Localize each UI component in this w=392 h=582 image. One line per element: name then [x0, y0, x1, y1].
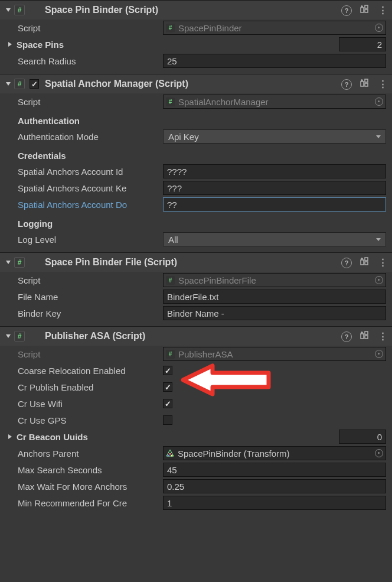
component-title: Publisher ASA (Script)	[45, 331, 341, 342]
auth-mode-dropdown[interactable]: Api Key	[163, 129, 386, 144]
help-icon[interactable]	[341, 257, 352, 268]
menu-icon[interactable]: ⋮	[377, 331, 387, 342]
component-header[interactable]: Space Pin Binder File (Script) ⋮	[0, 253, 392, 272]
log-level-row: Log Level All	[0, 231, 392, 248]
foldout-icon[interactable]	[6, 82, 11, 86]
object-picker-icon[interactable]	[375, 350, 383, 358]
component-publisher-asa: Publisher ASA (Script) ⋮ Script Publishe…	[0, 326, 392, 516]
max-wait-label: Max Wait For More Anchors	[18, 482, 163, 492]
script-name: SpatialAnchorManager	[178, 97, 373, 107]
file-name-row: File Name	[0, 288, 392, 305]
min-recommended-row: Min Recommended For Cre	[0, 495, 392, 511]
component-header[interactable]: Publisher ASA (Script) ⋮	[0, 327, 392, 346]
cr-use-gps-label: Cr Use GPS	[18, 415, 163, 425]
cr-use-gps-checkbox[interactable]	[163, 415, 172, 425]
cr-beacon-uuids-count[interactable]	[339, 430, 386, 444]
account-domain-label: Spatial Anchors Account Do	[18, 200, 163, 210]
script-icon	[14, 331, 25, 342]
min-recommended-input[interactable]	[163, 496, 386, 510]
script-object-field[interactable]: PublisherASA	[163, 347, 386, 361]
script-object-field[interactable]: SpacePinBinderFile	[163, 273, 386, 287]
file-name-input[interactable]	[163, 290, 386, 304]
cr-publish-checkbox[interactable]	[163, 382, 172, 392]
script-icon-small	[166, 350, 175, 359]
foldout-icon[interactable]	[6, 8, 11, 12]
menu-icon[interactable]: ⋮	[377, 79, 387, 89]
help-icon[interactable]	[341, 79, 352, 90]
script-icon-small	[166, 97, 175, 106]
component-spatial-anchor-manager: Spatial Anchor Manager (Script) ⋮ Script…	[0, 74, 392, 252]
anchors-parent-label: Anchors Parent	[18, 448, 163, 459]
anchors-parent-value: SpacePinBinder (Transform)	[178, 448, 373, 459]
script-object-field[interactable]: SpacePinBinder	[163, 21, 386, 35]
preset-icon[interactable]	[359, 330, 370, 342]
space-pins-label: Space Pins	[17, 40, 152, 50]
max-wait-input[interactable]	[163, 479, 386, 493]
menu-icon[interactable]: ⋮	[377, 5, 387, 15]
cr-use-wifi-checkbox[interactable]	[163, 399, 172, 408]
preset-icon[interactable]	[359, 4, 370, 16]
cr-beacon-uuids-row: Cr Beacon Uuids	[0, 428, 392, 445]
help-icon[interactable]	[341, 331, 352, 342]
component-title: Space Pin Binder File (Script)	[45, 257, 341, 268]
script-icon-small	[166, 24, 175, 32]
svg-point-2	[171, 455, 173, 457]
enable-checkbox[interactable]	[30, 79, 39, 89]
preset-icon[interactable]	[359, 256, 370, 268]
script-icon	[14, 257, 25, 268]
account-id-input[interactable]	[163, 164, 386, 178]
binder-key-label: Binder Key	[18, 308, 163, 318]
script-label: Script	[18, 349, 163, 359]
search-radius-row: Search Radius	[0, 53, 392, 69]
max-search-seconds-input[interactable]	[163, 463, 386, 477]
log-level-label: Log Level	[18, 235, 163, 245]
script-row: Script SpatialAnchorManager	[0, 93, 392, 110]
object-picker-icon[interactable]	[375, 276, 383, 284]
foldout-icon[interactable]	[8, 42, 12, 47]
account-domain-input[interactable]	[163, 197, 386, 212]
max-search-seconds-row: Max Search Seconds	[0, 461, 392, 478]
help-icon[interactable]	[341, 5, 352, 16]
max-search-seconds-label: Max Search Seconds	[18, 465, 163, 475]
log-level-dropdown[interactable]: All	[163, 232, 386, 246]
account-id-row: Spatial Anchors Account Id	[0, 163, 392, 180]
component-header[interactable]: Spatial Anchor Manager (Script) ⋮	[0, 74, 392, 93]
anchors-parent-row: Anchors Parent SpacePinBinder (Transform…	[0, 445, 392, 461]
foldout-icon[interactable]	[6, 334, 11, 338]
logging-header: Logging	[0, 213, 392, 231]
object-picker-icon[interactable]	[375, 97, 383, 106]
anchors-parent-field[interactable]: SpacePinBinder (Transform)	[163, 446, 386, 460]
binder-key-input[interactable]	[163, 306, 386, 320]
cr-use-gps-row: Cr Use GPS	[0, 412, 392, 428]
object-picker-icon[interactable]	[375, 24, 383, 32]
script-icon-small	[166, 276, 175, 285]
script-label: Script	[18, 23, 163, 33]
account-domain-row: Spatial Anchors Account Do	[0, 196, 392, 213]
script-name: SpacePinBinder	[178, 23, 373, 33]
foldout-icon[interactable]	[6, 261, 11, 264]
preset-icon[interactable]	[359, 78, 370, 90]
account-key-label: Spatial Anchors Account Ke	[18, 183, 163, 193]
chevron-down-icon	[376, 238, 381, 241]
auth-mode-value: Api Key	[168, 132, 376, 142]
search-radius-input[interactable]	[163, 54, 386, 68]
account-id-label: Spatial Anchors Account Id	[18, 167, 163, 177]
cr-beacon-uuids-label: Cr Beacon Uuids	[17, 432, 152, 442]
script-label: Script	[18, 275, 163, 285]
script-name: PublisherASA	[178, 349, 373, 359]
account-key-input[interactable]	[163, 181, 386, 195]
foldout-icon[interactable]	[8, 434, 12, 439]
object-picker-icon[interactable]	[375, 449, 383, 457]
binder-key-row: Binder Key	[0, 305, 392, 321]
component-space-pin-binder: Space Pin Binder (Script) ⋮ Script Space…	[0, 0, 392, 74]
auth-mode-label: Authentication Mode	[18, 132, 163, 142]
menu-icon[interactable]: ⋮	[377, 257, 387, 268]
component-header[interactable]: Space Pin Binder (Script) ⋮	[0, 1, 392, 19]
space-pins-count[interactable]	[339, 37, 386, 51]
script-icon	[14, 79, 25, 89]
script-object-field[interactable]: SpatialAnchorManager	[163, 95, 386, 109]
cr-use-wifi-row: Cr Use Wifi	[0, 395, 392, 412]
component-title: Space Pin Binder (Script)	[45, 5, 341, 15]
coarse-relocation-checkbox[interactable]	[163, 366, 172, 375]
file-name-label: File Name	[18, 292, 163, 302]
